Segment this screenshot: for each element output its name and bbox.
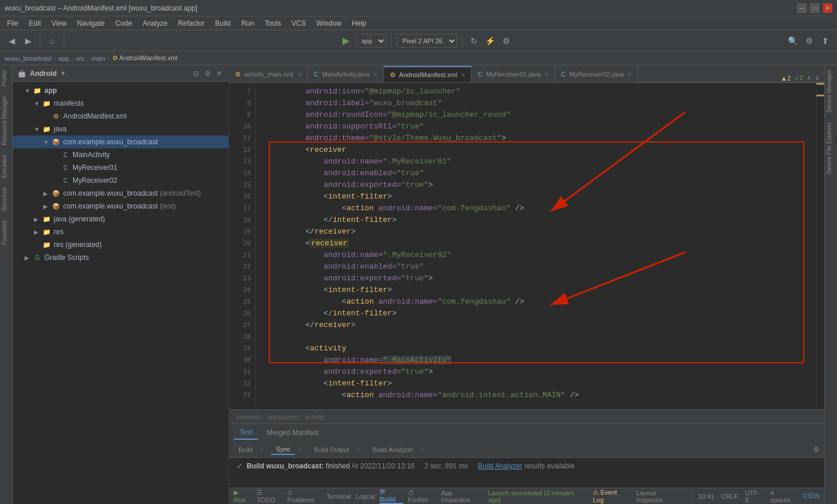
menu-build[interactable]: Build	[210, 18, 236, 29]
tree-item-java-generated[interactable]: ▶ 📁 java (generated)	[13, 213, 229, 225]
close-button[interactable]: ✕	[823, 4, 832, 13]
left-label-profile[interactable]: Profile	[0, 65, 12, 91]
status-todo-button[interactable]: ☰ TODO	[257, 489, 282, 503]
build-tab-sync-x[interactable]: ✕	[298, 447, 302, 453]
left-label-structure[interactable]: Structure	[0, 183, 12, 216]
fold-12[interactable]	[256, 83, 264, 95]
tree-item-manifests[interactable]: ▼ 📁 manifests	[13, 97, 229, 110]
toolbar-update-button[interactable]: ⬆	[818, 34, 832, 48]
tab-close-myreceiver02[interactable]: ✕	[627, 71, 632, 78]
tab-myreceiver02-java[interactable]: C MyReceiver02.java ✕	[555, 66, 639, 82]
tree-item-gradle[interactable]: ▶ G Gradle Scripts	[13, 251, 229, 264]
device-dropdown[interactable]: Pixel 2 API 26	[396, 34, 457, 48]
menu-analyze[interactable]: Analyze	[138, 18, 172, 29]
status-build-button[interactable]: ⚒ Build	[379, 488, 403, 504]
toolbar-gear-button[interactable]: ⚙	[802, 34, 816, 48]
toolbar-home-button[interactable]: ⌂	[45, 34, 59, 48]
status-crlf[interactable]: CRLF	[721, 493, 738, 500]
build-analyzer-link[interactable]: Build Analyzer	[478, 462, 523, 470]
toolbar-sync-button[interactable]: ↻	[467, 34, 481, 48]
minimize-button[interactable]: ─	[797, 4, 807, 13]
menu-file[interactable]: File	[2, 18, 23, 29]
status-spaces[interactable]: 4 spaces	[770, 489, 796, 503]
left-label-favorites[interactable]: Favorites	[0, 216, 12, 249]
tab-close-mainactivity[interactable]: ✕	[373, 71, 378, 78]
menu-window[interactable]: Window	[312, 18, 346, 29]
tree-item-androidmanifest[interactable]: ⚙ AndroidManifest.xml	[13, 110, 229, 123]
tree-item-mainactivity[interactable]: C MainActivity	[13, 148, 229, 161]
status-logcat-button[interactable]: Logcat	[355, 493, 375, 500]
toolbar-run-green-button[interactable]: ▶	[339, 34, 353, 48]
app-dropdown[interactable]: app	[355, 34, 386, 48]
tab-close-myreceiver01[interactable]: ✕	[544, 71, 549, 78]
tree-item-package-test[interactable]: ▶ 📦 com.example.wuxu_broadcast (test)	[13, 200, 229, 213]
breadcrumb-app[interactable]: app	[58, 55, 69, 62]
status-terminal-button[interactable]: Terminal	[327, 493, 351, 500]
tab-mainactivity-java[interactable]: C MainActivity.java ✕	[308, 66, 384, 82]
status-run-button[interactable]: ▶ Run	[234, 489, 252, 503]
build-tab-analyzer-x[interactable]: ✕	[420, 447, 425, 453]
maximize-button[interactable]: □	[810, 4, 819, 13]
tree-item-app[interactable]: ▼ 📁 app	[13, 84, 229, 97]
menu-run[interactable]: Run	[237, 18, 259, 29]
tab-close-activity-main[interactable]: ✕	[297, 71, 302, 78]
tree-item-package-main[interactable]: ▼ 📦 com.example.wuxu_broadcast	[13, 135, 229, 148]
warnings-expand-icon[interactable]: ∧	[807, 74, 811, 82]
tab-androidmanifest-xml[interactable]: ⚙ AndroidManifest.xml ✕	[384, 66, 472, 82]
menu-navigate[interactable]: Navigate	[72, 18, 109, 29]
toolbar-search-button[interactable]: 🔍	[786, 34, 800, 48]
build-tab-output-x[interactable]: ✕	[356, 447, 361, 453]
left-label-emulator[interactable]: Emulator	[0, 150, 12, 183]
build-gear-icon[interactable]: ⚙	[813, 446, 819, 454]
menu-view[interactable]: View	[47, 18, 71, 29]
right-label-device-manager[interactable]: Device Manager	[825, 65, 837, 117]
menu-edit[interactable]: Edit	[24, 18, 46, 29]
warnings-expand2-icon[interactable]: ∨	[815, 74, 819, 82]
status-problems-button[interactable]: ⚠ Problems	[287, 489, 321, 503]
sidebar-settings-button[interactable]: ⚙	[203, 69, 212, 78]
menu-refactor[interactable]: Refactor	[174, 18, 209, 29]
fold-20[interactable]	[256, 176, 264, 188]
toolbar-back-button[interactable]: ◀	[5, 34, 19, 48]
toolbar-settings-button[interactable]: ⚙	[500, 34, 514, 48]
tab-activity-main-xml[interactable]: ⚙ activity_main.xml ✕	[229, 66, 308, 82]
breadcrumb-main[interactable]: main	[91, 55, 105, 62]
status-event-log[interactable]: ⚠ Event Log	[593, 489, 629, 503]
bottom-tab-text[interactable]: Text	[234, 426, 258, 440]
toolbar-profile-button[interactable]: ⚡	[483, 34, 497, 48]
breadcrumb-file[interactable]: ⚙ AndroidManifest.xml	[112, 54, 178, 62]
tree-item-res-generated[interactable]: 📁 res (generated)	[13, 238, 229, 251]
status-layout-inspector[interactable]: Layout Inspector	[637, 489, 684, 503]
build-tab-output[interactable]: Build Output	[309, 445, 354, 454]
tree-item-java[interactable]: ▼ 📁 java	[13, 123, 229, 135]
sidebar-close-button[interactable]: ✕	[215, 69, 224, 78]
status-appinspection-button[interactable]: App Inspection	[441, 489, 484, 503]
build-tab-build-x[interactable]: ✕	[260, 447, 264, 453]
tree-item-myreceiver01[interactable]: C MyReceiver01	[13, 161, 229, 174]
fold-29[interactable]	[256, 281, 264, 293]
tab-close-androidmanifest[interactable]: ✕	[461, 72, 465, 78]
breadcrumb-project[interactable]: wuxu_broadcast	[5, 55, 51, 62]
breadcrumb-src[interactable]: src	[76, 55, 85, 62]
tree-item-res[interactable]: ▶ 📁 res	[13, 225, 229, 238]
sidebar-collapse-button[interactable]: ⊟	[191, 69, 200, 78]
bottom-tab-merged[interactable]: Merged Manifest	[261, 426, 324, 439]
toolbar-forward-button[interactable]: ▶	[21, 34, 35, 48]
left-label-resource[interactable]: Resource Manager	[0, 91, 12, 150]
status-profiler-button[interactable]: ⏱ Profiler	[408, 489, 437, 503]
menu-code[interactable]: Code	[110, 18, 137, 29]
menu-help[interactable]: Help	[347, 18, 371, 29]
hint-bulb-30[interactable]	[256, 352, 264, 363]
right-label-device-explorer[interactable]: Device File Explorer	[825, 117, 837, 179]
sidebar-dropdown-icon[interactable]: ▼	[60, 70, 66, 77]
build-tab-sync[interactable]: Sync	[271, 444, 295, 455]
tab-myreceiver01-java[interactable]: C MyReceiver01.java ✕	[472, 66, 555, 82]
menu-tools[interactable]: Tools	[260, 18, 286, 29]
status-charset[interactable]: UTF-8	[745, 489, 763, 503]
build-tab-build[interactable]: Build	[234, 445, 257, 454]
menu-vcs[interactable]: VCS	[287, 18, 311, 29]
build-tab-analyzer[interactable]: Build Analyzer	[368, 445, 418, 454]
code-viewport[interactable]: android:icon="@mipmap/ic_launcher" andro…	[264, 83, 816, 409]
tree-item-package-androidtest[interactable]: ▶ 📦 com.example.wuxu_broadcast (androidT…	[13, 187, 229, 200]
tree-item-myreceiver02[interactable]: C MyReceiver02	[13, 174, 229, 187]
